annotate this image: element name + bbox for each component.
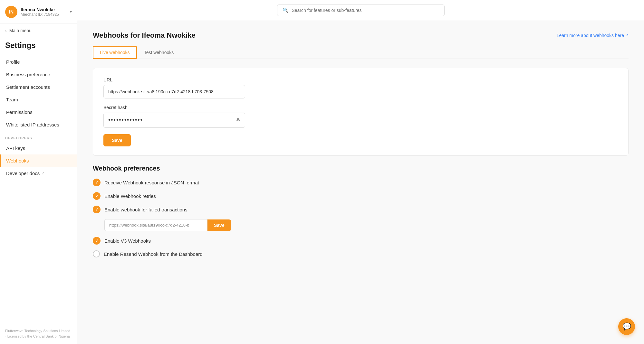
page-header: Webhooks for Ifeoma Nwokike Learn more a… <box>93 31 629 40</box>
checkmark-icon: ✓ <box>95 238 99 243</box>
search-bar: 🔍 <box>277 5 445 16</box>
pref-label-failed-transactions: Enable webhook for failed transactions <box>104 207 187 212</box>
sidebar-item-permissions[interactable]: Permissions <box>0 106 77 118</box>
checkmark-icon: ✓ <box>95 194 99 199</box>
page-title: Webhooks for Ifeoma Nwokike <box>93 31 196 40</box>
search-icon: 🔍 <box>283 7 289 13</box>
failed-transactions-save-button[interactable]: Save <box>207 219 231 231</box>
sidebar-header: IN Ifeoma Nwokike Merchant ID: 7184325 ▾ <box>0 0 77 23</box>
webhook-preferences-section: Webhook preferences ✓ Receive Webhook re… <box>93 165 629 257</box>
sidebar-item-webhooks[interactable]: Webhooks <box>0 154 77 167</box>
webhook-tabs: Live webhooks Test webhooks <box>93 46 629 59</box>
user-info: Ifeoma Nwokike Merchant ID: 7184325 <box>21 7 67 17</box>
pref-label-v3-webhooks: Enable V3 Webhooks <box>104 238 151 244</box>
secret-hash-input[interactable] <box>103 113 245 128</box>
settings-title: Settings <box>0 38 77 56</box>
pref-item-json-format: ✓ Receive Webhook response in JSON forma… <box>93 179 629 186</box>
top-bar: 🔍 <box>77 0 644 21</box>
pref-item-resend-webhook: Enable Resend Webhook from the Dashboard <box>93 250 629 257</box>
pref-item-v3-webhooks: ✓ Enable V3 Webhooks <box>93 237 629 245</box>
developers-section-label: DEVELOPERS <box>0 131 77 142</box>
external-link-icon: ↗ <box>625 33 629 38</box>
checkbox-retries[interactable]: ✓ <box>93 192 101 200</box>
main-menu-link[interactable]: ‹ Main menu <box>0 23 77 38</box>
checkmark-icon: ✓ <box>95 207 99 212</box>
chevron-down-icon[interactable]: ▾ <box>70 10 72 14</box>
sidebar-item-developer-docs[interactable]: Developer docs ↗ <box>0 167 77 180</box>
content-area: Webhooks for Ifeoma Nwokike Learn more a… <box>77 21 644 344</box>
tab-live-webhooks[interactable]: Live webhooks <box>93 46 137 59</box>
sidebar-item-business-preference[interactable]: Business preference <box>0 68 77 81</box>
chat-fab-button[interactable]: 💬 <box>618 318 635 335</box>
learn-more-link[interactable]: Learn more about webhooks here ↗ <box>557 33 629 38</box>
checkmark-icon: ✓ <box>95 180 99 185</box>
developers-nav: API keys Webhooks Developer docs ↗ <box>0 142 77 180</box>
sidebar-item-whitelisted-ip[interactable]: Whitelisted IP addresses <box>0 118 77 131</box>
sidebar-item-settlement-accounts[interactable]: Settlement accounts <box>0 81 77 93</box>
search-input[interactable] <box>292 8 439 13</box>
tab-test-webhooks[interactable]: Test webhooks <box>137 46 181 59</box>
radio-resend-webhook[interactable] <box>93 250 100 257</box>
chevron-left-icon: ‹ <box>5 28 7 33</box>
user-name: Ifeoma Nwokike <box>21 7 67 12</box>
url-input[interactable] <box>103 85 245 98</box>
sidebar-item-team[interactable]: Team <box>0 93 77 106</box>
sidebar-item-profile[interactable]: Profile <box>0 56 77 68</box>
webhook-form-section: URL Secret hash 👁 Save <box>93 68 629 156</box>
checkbox-failed-transactions[interactable]: ✓ <box>93 206 101 213</box>
avatar: IN <box>5 6 17 18</box>
settings-nav: Profile Business preference Settlement a… <box>0 56 77 131</box>
pref-item-failed-transactions: ✓ Enable webhook for failed transactions <box>93 206 629 213</box>
pref-item-retries: ✓ Enable Webhook retries <box>93 192 629 200</box>
sidebar: IN Ifeoma Nwokike Merchant ID: 7184325 ▾… <box>0 0 77 344</box>
failed-transactions-input-row: Save <box>104 219 629 231</box>
secret-hash-label: Secret hash <box>103 105 618 110</box>
pref-label-retries: Enable Webhook retries <box>104 193 156 199</box>
sidebar-item-api-keys[interactable]: API keys <box>0 142 77 154</box>
pref-label-resend-webhook: Enable Resend Webhook from the Dashboard <box>104 251 203 257</box>
url-label: URL <box>103 77 618 82</box>
toggle-password-icon[interactable]: 👁 <box>235 117 241 123</box>
external-link-icon: ↗ <box>42 171 44 175</box>
sidebar-footer: Flutterwave Technology Solutions Limited… <box>0 323 77 344</box>
secret-hash-wrapper: 👁 <box>103 113 245 128</box>
chat-icon: 💬 <box>622 322 631 331</box>
pref-label-json-format: Receive Webhook response in JSON format <box>104 180 199 185</box>
failed-transactions-url-input[interactable] <box>104 219 207 231</box>
checkbox-v3-webhooks[interactable]: ✓ <box>93 237 101 245</box>
checkbox-json-format[interactable]: ✓ <box>93 179 101 186</box>
save-button[interactable]: Save <box>103 134 131 146</box>
webhook-preferences-title: Webhook preferences <box>93 165 629 172</box>
merchant-id: Merchant ID: 7184325 <box>21 12 67 17</box>
main-area: 🔍 Webhooks for Ifeoma Nwokike Learn more… <box>77 0 644 344</box>
